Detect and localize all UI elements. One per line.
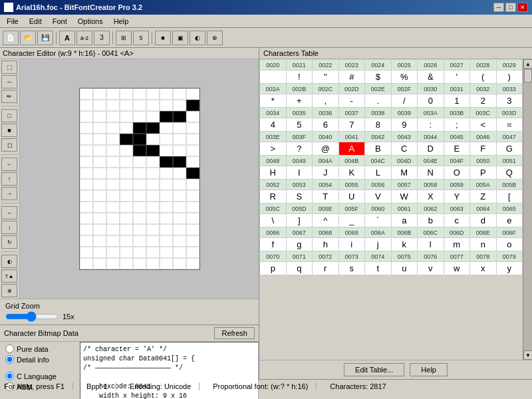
pixel-cell[interactable]: [160, 122, 173, 134]
scroll-thumb[interactable]: [524, 69, 532, 82]
pixel-cell[interactable]: [80, 179, 93, 190]
char-cell[interactable]: I: [286, 166, 313, 180]
text-tool[interactable]: T▲: [1, 269, 17, 283]
char-cell[interactable]: U: [338, 190, 365, 203]
pixel-cell[interactable]: [93, 156, 106, 168]
pixel-cell[interactable]: [173, 145, 186, 156]
pixel-cell[interactable]: [173, 247, 186, 258]
pixel-cell[interactable]: [146, 258, 160, 269]
char-cell[interactable]: 6: [313, 118, 339, 132]
move-left-tool[interactable]: ←: [1, 158, 17, 171]
char-cell[interactable]: \: [260, 214, 287, 227]
pixel-cell[interactable]: [106, 145, 120, 156]
pixel-cell[interactable]: [120, 88, 133, 100]
char-cell[interactable]: !: [286, 70, 313, 84]
pixel-cell[interactable]: [80, 134, 93, 145]
pixel-cell[interactable]: [93, 88, 106, 100]
pixel-cell[interactable]: [133, 213, 146, 224]
pixel-cell[interactable]: [120, 247, 133, 258]
char-cell[interactable]: =: [496, 118, 523, 132]
char-cell[interactable]: k: [391, 238, 418, 251]
pixel-cell[interactable]: [120, 201, 133, 213]
pixel-cell[interactable]: [106, 201, 120, 213]
char-cell[interactable]: T: [313, 190, 339, 203]
pixel-cell[interactable]: [146, 122, 160, 134]
maximize-button[interactable]: □: [505, 3, 516, 12]
pixel-cell[interactable]: [146, 190, 160, 201]
pixel-cell[interactable]: [80, 201, 93, 213]
char-cell[interactable]: J: [313, 166, 339, 180]
pixel-cell[interactable]: [186, 134, 200, 145]
detail-info-radio[interactable]: [5, 355, 14, 364]
line-tool[interactable]: ─: [1, 75, 17, 88]
char-cell[interactable]: N: [418, 166, 444, 180]
char-cell[interactable]: o: [496, 238, 523, 251]
char-cell[interactable]: (: [470, 70, 497, 84]
pixel-cell[interactable]: [133, 111, 146, 122]
pixel-cell[interactable]: [93, 134, 106, 145]
scroll-up-arrow[interactable]: ▲: [523, 59, 532, 68]
pixel-cell[interactable]: [173, 190, 186, 201]
pixel-cell[interactable]: [80, 190, 93, 201]
pixel-cell[interactable]: [106, 247, 120, 258]
close-button[interactable]: ✕: [517, 3, 528, 12]
pixel-cell[interactable]: [120, 213, 133, 224]
char-cell[interactable]: g: [286, 238, 313, 251]
pixel-cell[interactable]: [133, 134, 146, 145]
pixel-cell[interactable]: [93, 100, 106, 111]
pixel-cell[interactable]: [146, 156, 160, 168]
char-cell[interactable]: C: [391, 142, 418, 156]
pixel-cell[interactable]: [106, 100, 120, 111]
pixel-cell[interactable]: [173, 179, 186, 190]
pixel-cell[interactable]: [173, 100, 186, 111]
pixel-cell[interactable]: [146, 235, 160, 247]
char-cell[interactable]: h: [313, 238, 339, 251]
char-cell[interactable]: n: [470, 238, 497, 251]
pixel-cell[interactable]: [160, 156, 173, 168]
pixel-grid[interactable]: [79, 88, 200, 270]
pixel-cell[interactable]: [146, 213, 160, 224]
char-cell[interactable]: `: [365, 214, 392, 227]
char-cell[interactable]: .: [365, 94, 392, 108]
gray-btn[interactable]: ▣: [172, 31, 188, 45]
char-cell[interactable]: y: [496, 262, 523, 275]
pixel-cell[interactable]: [133, 235, 146, 247]
pixel-cell[interactable]: [120, 134, 133, 145]
select-tool[interactable]: ⬚: [1, 61, 17, 74]
pixel-cell[interactable]: [173, 111, 186, 122]
char-cell[interactable]: _: [338, 214, 365, 227]
char-cell[interactable]: ?: [286, 142, 313, 156]
pixel-cell[interactable]: [80, 145, 93, 156]
char-cell[interactable]: w: [444, 262, 470, 275]
pixel-cell[interactable]: [80, 247, 93, 258]
pixel-cell[interactable]: [93, 213, 106, 224]
pixel-cell[interactable]: [106, 168, 120, 179]
pixel-cell[interactable]: [173, 201, 186, 213]
char-cell[interactable]: m: [444, 238, 470, 251]
char-cell[interactable]: t: [365, 262, 392, 275]
pencil-tool[interactable]: ✏: [1, 90, 17, 103]
pixel-cell[interactable]: [133, 156, 146, 168]
char-cell[interactable]: Q: [496, 166, 523, 180]
pure-data-option[interactable]: Pure data: [5, 344, 74, 353]
char-cell[interactable]: d: [470, 214, 497, 227]
char-cell[interactable]: Y: [444, 190, 470, 203]
pixel-cell[interactable]: [186, 179, 200, 190]
char-cell[interactable]: q: [286, 262, 313, 275]
char-cell[interactable]: ;: [444, 118, 470, 132]
pixel-cell[interactable]: [160, 247, 173, 258]
pixel-cell[interactable]: [93, 111, 106, 122]
pixel-cell[interactable]: [80, 213, 93, 224]
pixel-cell[interactable]: [120, 145, 133, 156]
char-cell[interactable]: p: [260, 262, 287, 275]
pixel-cell[interactable]: [133, 201, 146, 213]
copy-btn[interactable]: 5: [133, 31, 149, 45]
menu-edit[interactable]: Edit: [24, 16, 47, 27]
pixel-cell[interactable]: [160, 224, 173, 235]
pixel-cell[interactable]: [93, 247, 106, 258]
char-cell[interactable]: %: [391, 70, 418, 84]
pixel-cell[interactable]: [173, 88, 186, 100]
zoom-slider[interactable]: [5, 311, 59, 322]
pixel-cell[interactable]: [120, 168, 133, 179]
flip-v-tool[interactable]: ↕: [1, 221, 17, 234]
